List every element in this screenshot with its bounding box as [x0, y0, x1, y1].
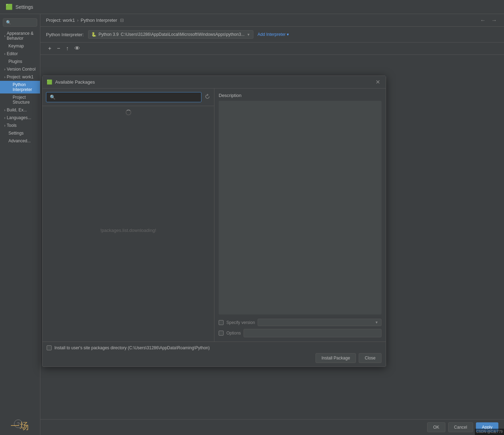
sidebar-item-label: Tools [7, 123, 16, 128]
interpreter-label: Python Interpreter: [46, 32, 84, 37]
breadcrumb-bar: Project: work1 › Python Interpreter ⊟ ← … [40, 14, 504, 27]
sidebar-search-input[interactable] [3, 18, 37, 27]
version-dropdown-icon: ▼ [375, 320, 378, 324]
breadcrumb: Project: work1 › Python Interpreter ⊟ [46, 18, 124, 23]
breadcrumb-page: Python Interpreter [81, 18, 117, 23]
chevron-icon: › [4, 75, 5, 79]
close-dialog-button[interactable]: Close [359, 353, 382, 363]
sidebar-item-keymap[interactable]: Keymap [0, 42, 40, 50]
dialog-left-panel: !packages.list.downloading! [42, 89, 214, 342]
sidebar-item-vcs[interactable]: › Version Control [0, 65, 40, 73]
interpreter-path: C:\Users\31286\AppData\Local\Microsoft\W… [121, 32, 245, 37]
version-select[interactable]: ▼ [258, 319, 382, 326]
sidebar-item-project-structure[interactable]: Project Structure [0, 93, 40, 106]
sidebar-item-label: Build, Ex... [7, 108, 27, 112]
chevron-icon: › [4, 52, 5, 56]
refresh-icon [204, 93, 211, 100]
install-site-label: Install to user's site packages director… [54, 345, 210, 350]
packages-list-area: !packages.list.downloading! [42, 119, 214, 342]
specify-version-checkbox[interactable] [219, 320, 224, 325]
cancel-button[interactable]: Cancel [448, 422, 473, 432]
dialog-titlebar: 🟩 Available Packages ✕ [42, 76, 386, 89]
specify-version-row: Specify version ▼ [219, 319, 382, 326]
specify-version-label: Specify version [226, 320, 255, 325]
eye-button[interactable]: 👁 [72, 45, 82, 52]
ok-button[interactable]: OK [427, 422, 445, 432]
sidebar-item-plugins[interactable]: Plugins [0, 58, 40, 65]
settings-titlebar: 🟩 Settings [0, 0, 504, 14]
dialog-body: !packages.list.downloading! Description … [42, 89, 386, 342]
interpreter-value: Python 3.9 [99, 32, 119, 37]
sidebar-item-advanced[interactable]: Advanced... [0, 137, 40, 145]
description-label: Description [219, 93, 382, 98]
python-icon: 🐍 [91, 32, 97, 37]
dialog-action-row: Install Package Close [47, 353, 382, 363]
interpreter-bar: Python Interpreter: 🐍 Python 3.9 C:\User… [40, 27, 504, 43]
dialog-footer: Install to user's site packages director… [42, 342, 386, 366]
description-area [219, 101, 382, 314]
sidebar-item-tools[interactable]: › Tools [0, 122, 40, 129]
chevron-icon: › [4, 108, 5, 112]
sidebar-item-settings[interactable]: Settings [0, 129, 40, 137]
minimize-icon: ⊟ [120, 18, 124, 23]
dialog-right-panel: Description Specify version ▼ Options [214, 89, 386, 342]
sidebar: › Appearance & Behavior Keymap › Editor … [0, 14, 40, 435]
sidebar-item-label: Python Interpreter [13, 82, 37, 92]
sidebar-item-label: Version Control [7, 67, 35, 72]
sidebar-item-build[interactable]: › Build, Ex... [0, 106, 40, 114]
sidebar-item-label: Appearance & Behavior [7, 31, 37, 41]
spinner-icon [126, 110, 131, 115]
chevron-icon: › [4, 67, 5, 71]
sidebar-item-label: Settings [8, 131, 24, 136]
add-package-button[interactable]: + [46, 45, 53, 52]
settings-logo-icon: 🟩 [6, 4, 13, 10]
install-package-button[interactable]: Install Package [316, 353, 356, 363]
sidebar-item-label: Editor [7, 51, 18, 56]
sidebar-item-appearance[interactable]: › Appearance & Behavior [0, 30, 40, 42]
refresh-button[interactable] [204, 93, 211, 101]
move-up-button[interactable]: ↑ [64, 45, 71, 52]
dialog-logo-icon: 🟩 [47, 79, 52, 85]
sidebar-item-label: Languages... [7, 115, 31, 120]
chevron-icon: › [4, 124, 5, 128]
loading-text: !packages.list.downloading! [100, 228, 156, 233]
dialog-title-text: Available Packages [55, 79, 95, 85]
sidebar-item-editor[interactable]: › Editor [0, 50, 40, 58]
available-packages-dialog: 🟩 Available Packages ✕ [42, 76, 386, 367]
chevron-icon: › [4, 116, 5, 120]
watermark: 一场 [11, 420, 29, 432]
breadcrumb-project: Project: work1 [46, 18, 75, 23]
install-site-row: Install to user's site packages director… [47, 345, 382, 350]
settings-title: Settings [15, 4, 33, 10]
sidebar-item-project[interactable]: › Project: work1 [0, 73, 40, 81]
options-input[interactable] [244, 329, 382, 337]
interpreter-select[interactable]: 🐍 Python 3.9 C:\Users\31286\AppData\Loca… [88, 30, 253, 39]
bottom-bar: OK Cancel Apply [40, 419, 504, 435]
nav-buttons: ← → [479, 17, 498, 24]
toolbar-bar: + − ↑ 👁 [40, 43, 504, 55]
options-label: Options [226, 331, 241, 336]
options-row: Options [219, 329, 382, 337]
dropdown-arrow-icon: ▼ [247, 33, 250, 37]
sidebar-item-label: Project: work1 [7, 74, 33, 79]
sidebar-item-label: Advanced... [8, 138, 31, 143]
csdn-badge: CSDN @C友779 [475, 429, 504, 435]
dialog-search-input[interactable] [46, 92, 201, 102]
dialog-search-row [42, 89, 214, 106]
install-site-checkbox[interactable] [47, 345, 52, 350]
sidebar-item-label: Keymap [8, 44, 24, 48]
dialog-close-button[interactable]: ✕ [374, 79, 382, 85]
breadcrumb-separator: › [77, 18, 78, 23]
sidebar-item-python-interpreter[interactable]: Python Interpreter [0, 81, 40, 93]
sidebar-item-languages[interactable]: › Languages... [0, 114, 40, 122]
back-button[interactable]: ← [479, 17, 487, 24]
options-checkbox[interactable] [219, 331, 224, 336]
remove-package-button[interactable]: − [55, 45, 62, 52]
loading-spinner [42, 106, 214, 119]
sidebar-item-label: Project Structure [13, 95, 37, 105]
chevron-icon: › [4, 34, 5, 38]
add-interpreter-button[interactable]: Add Interpreter ▾ [258, 32, 289, 37]
forward-button[interactable]: → [490, 17, 498, 24]
sidebar-item-label: Plugins [8, 59, 22, 64]
dialog-title: 🟩 Available Packages [47, 79, 95, 85]
